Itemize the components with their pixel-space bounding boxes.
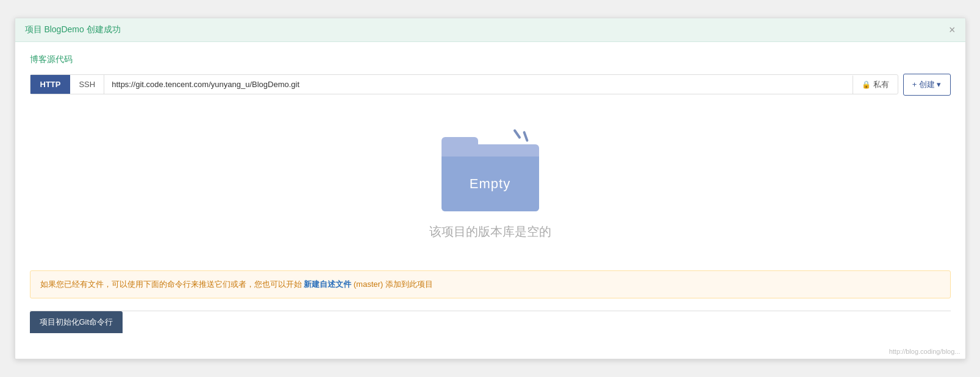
folder-front: Empty [442,157,539,211]
private-badge: 🔒 私有 [853,76,898,94]
lock-icon: 🔒 [862,80,871,89]
url-section: HTTP SSH 🔒 私有 [30,74,898,94]
section-title: 博客源代码 [30,54,951,65]
content-area: 博客源代码 HTTP SSH 🔒 私有 + 创建 ▾ [15,42,965,346]
url-row: HTTP SSH 🔒 私有 + 创建 ▾ [30,74,951,96]
create-button[interactable]: + 创建 ▾ [903,74,951,96]
main-window: 项目 BlogDemo 创建成功 × 博客源代码 HTTP SSH 🔒 私有 +… [15,18,966,360]
watermark: http://blog.coding/blog... [15,345,965,359]
notice-text-middle: (master) 添加到此项目 [351,280,433,289]
title-text: 项目 BlogDemo 创建成功 [25,24,121,35]
empty-state: Empty 该项目的版本库是空的 [30,114,951,270]
notice-bar: 如果您已经有文件，可以使用下面的命令行来推送它们或者，您也可以开始 新建自述文件… [30,270,951,299]
close-button[interactable]: × [949,24,956,35]
folder-tab [442,137,478,150]
private-label: 私有 [873,79,889,90]
folder-label: Empty [470,176,510,192]
title-bar: 项目 BlogDemo 创建成功 × [15,18,965,42]
bottom-section: 项目初始化Git命令行 [30,311,951,333]
notice-text-before: 如果您已经有文件，可以使用下面的命令行来推送它们或者，您也可以开始 [40,280,304,289]
dash1 [523,130,529,141]
folder-icon: Empty [442,126,539,211]
section-header-title: 项目初始化Git命令行 [30,311,123,333]
url-input[interactable] [104,75,852,94]
tab-ssh[interactable]: SSH [70,75,104,94]
empty-description: 该项目的版本库是空的 [429,224,551,240]
dash2 [513,129,521,139]
tab-http[interactable]: HTTP [30,75,71,94]
notice-link[interactable]: 新建自述文件 [304,280,351,289]
